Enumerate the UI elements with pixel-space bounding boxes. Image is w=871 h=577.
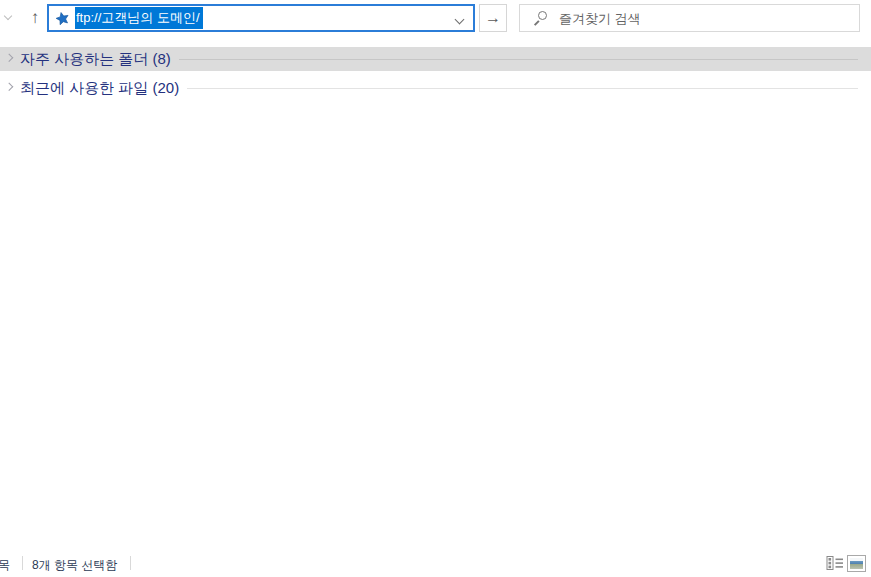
group-label[interactable]: 최근에 사용한 파일 (20) — [20, 79, 179, 98]
search-icon — [535, 11, 549, 25]
group-header-recent-files[interactable]: 최근에 사용한 파일 (20) — [0, 77, 871, 99]
group-divider — [179, 59, 858, 60]
group-label[interactable]: 자주 사용하는 폴더 (8) — [20, 50, 171, 69]
up-one-level-button[interactable]: ↑ — [24, 4, 46, 32]
chevron-down-icon — [455, 15, 465, 25]
up-arrow-icon: ↑ — [31, 8, 40, 28]
content-area — [0, 100, 871, 545]
status-divider — [130, 556, 131, 570]
right-arrow-icon: → — [485, 9, 501, 27]
address-bar[interactable]: ftp://고객님의 도메인/ — [47, 4, 475, 32]
chevron-right-icon[interactable] — [5, 83, 15, 93]
go-to-address-button[interactable]: → — [479, 4, 507, 32]
recent-locations-dropdown-icon[interactable] — [3, 12, 15, 22]
status-bar: 목 8개 항목 선택함 — [0, 551, 871, 577]
selection-count-text: 8개 항목 선택함 — [32, 557, 117, 574]
chevron-down-icon — [4, 12, 12, 20]
group-header-frequent-folders[interactable]: 자주 사용하는 폴더 (8) — [0, 47, 871, 71]
details-view-button[interactable] — [826, 555, 844, 571]
address-input-selected-text[interactable]: ftp://고객님의 도메인/ — [75, 7, 203, 29]
group-divider — [187, 88, 858, 89]
chevron-right-icon[interactable] — [5, 54, 15, 64]
address-dropdown-button[interactable] — [453, 15, 467, 25]
quick-access-star-icon — [55, 11, 70, 26]
explorer-window: ↑ ftp://고객님의 도메인/ → 자주 사용하는 폴더 (8) — [0, 0, 871, 577]
large-thumbnails-view-button[interactable] — [847, 555, 866, 572]
search-box[interactable] — [519, 4, 860, 32]
search-input[interactable] — [559, 11, 859, 26]
item-count-partial-text: 목 — [0, 557, 10, 574]
status-divider — [22, 556, 23, 570]
